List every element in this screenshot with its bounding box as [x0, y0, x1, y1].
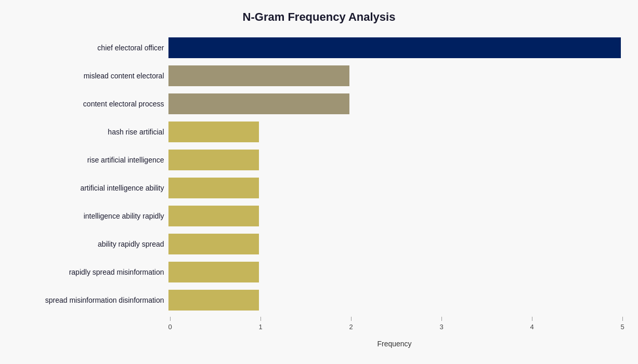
bar-row: spread misinformation disinformation	[18, 287, 621, 314]
bar-track	[168, 37, 621, 58]
tick-mark: 3	[440, 317, 444, 331]
tick-label: 1	[259, 323, 263, 331]
bar-fill	[168, 234, 259, 254]
bar-row: rapidly spread misinformation	[18, 259, 621, 286]
tick-line	[261, 317, 261, 321]
bar-row: mislead content electoral	[18, 62, 621, 89]
bar-label: ability rapidly spread	[18, 240, 168, 248]
bar-fill	[168, 206, 259, 226]
bar-fill	[168, 37, 621, 58]
bar-row: rise artificial intelligence	[18, 146, 621, 173]
tick-label: 2	[349, 323, 353, 331]
tick-mark: 2	[349, 317, 353, 331]
bar-track	[168, 234, 621, 254]
bar-track	[168, 262, 621, 282]
bar-fill	[168, 150, 259, 170]
tick-label: 3	[440, 323, 444, 331]
bar-row: ability rapidly spread	[18, 231, 621, 258]
bar-label: rise artificial intelligence	[18, 156, 168, 164]
tick-label: 4	[530, 323, 534, 331]
tick-mark: 0	[168, 317, 172, 331]
bar-label: hash rise artificial	[18, 128, 168, 136]
bar-track	[168, 206, 621, 226]
bar-row: chief electoral officer	[18, 34, 621, 61]
tick-line	[351, 317, 351, 321]
bar-row: hash rise artificial	[18, 118, 621, 145]
tick-line	[441, 317, 442, 321]
bar-label: artificial intelligence ability	[18, 184, 168, 192]
bar-label: rapidly spread misinformation	[18, 268, 168, 276]
bar-track	[168, 290, 621, 311]
tick-line	[532, 317, 532, 321]
tick-line	[170, 317, 171, 321]
axis-area: 012345	[18, 317, 621, 338]
axis-label-row: Frequency	[18, 338, 621, 348]
tick-mark: 4	[530, 317, 534, 331]
bar-fill	[168, 290, 259, 311]
bar-row: content electoral process	[18, 90, 621, 117]
bar-fill	[168, 262, 259, 282]
bar-label: intelligence ability rapidly	[18, 212, 168, 220]
tick-label: 5	[621, 323, 624, 331]
tick-mark: 1	[259, 317, 263, 331]
bar-row: intelligence ability rapidly	[18, 203, 621, 230]
bar-fill	[168, 93, 349, 114]
bar-label: content electoral process	[18, 100, 168, 108]
bar-fill	[168, 65, 349, 86]
tick-mark: 5	[621, 317, 624, 331]
bar-track	[168, 65, 621, 86]
chart-container: N-Gram Frequency Analysis chief electora…	[7, 0, 631, 364]
tick-line	[622, 317, 623, 321]
bar-track	[168, 93, 621, 114]
chart-area: chief electoral officermislead content e…	[18, 34, 621, 315]
bar-label: mislead content electoral	[18, 72, 168, 80]
bar-track	[168, 150, 621, 170]
bar-fill	[168, 178, 259, 198]
bar-label: spread misinformation disinformation	[18, 296, 168, 304]
bar-track	[168, 178, 621, 198]
axis-label: Frequency	[168, 340, 621, 348]
bar-row: artificial intelligence ability	[18, 174, 621, 201]
chart-title: N-Gram Frequency Analysis	[18, 10, 621, 24]
tick-label: 0	[168, 323, 172, 331]
bar-label: chief electoral officer	[18, 44, 168, 52]
bar-track	[168, 122, 621, 142]
bar-fill	[168, 122, 259, 142]
